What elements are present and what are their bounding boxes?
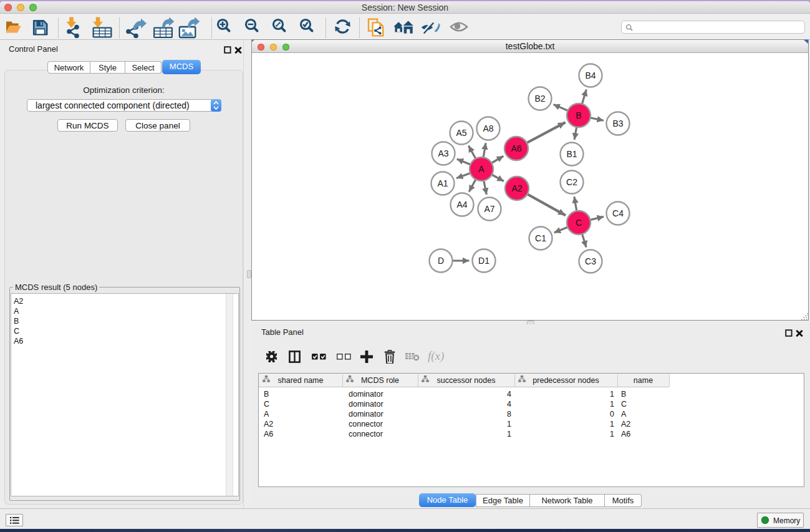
svg-text:A2: A2	[511, 183, 522, 193]
svg-text:B4: B4	[585, 70, 595, 80]
svg-text:A8: A8	[483, 123, 493, 133]
svg-text:B2: B2	[534, 94, 545, 104]
svg-text:A6: A6	[511, 143, 521, 153]
svg-text:B3: B3	[612, 118, 623, 128]
svg-text:A3: A3	[438, 148, 448, 158]
svg-text:A: A	[478, 164, 485, 174]
svg-text:B: B	[576, 110, 581, 120]
svg-text:C1: C1	[535, 233, 546, 243]
svg-text:B1: B1	[566, 149, 577, 159]
svg-text:D1: D1	[478, 256, 489, 266]
svg-text:C3: C3	[585, 256, 596, 266]
svg-text:A5: A5	[456, 128, 466, 138]
svg-text:A4: A4	[456, 200, 467, 210]
svg-text:C2: C2	[566, 177, 577, 187]
svg-text:A1: A1	[437, 178, 448, 188]
svg-text:C: C	[576, 218, 582, 228]
svg-text:C4: C4	[612, 208, 624, 218]
svg-text:D: D	[438, 256, 444, 266]
svg-text:A7: A7	[484, 204, 494, 214]
